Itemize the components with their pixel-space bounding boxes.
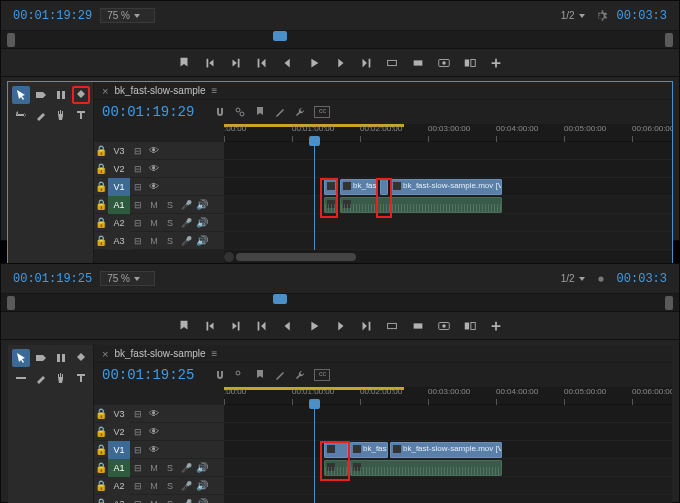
- wrench-icon[interactable]: [294, 106, 306, 118]
- razor-tool[interactable]: [72, 86, 90, 104]
- sync-lock-icon[interactable]: ⊟: [130, 441, 146, 459]
- track-lane-v2[interactable]: [224, 160, 672, 178]
- time-ruler[interactable]: :00:00 00:01:00:00 00:02:00:00 00:03:00:…: [224, 387, 672, 405]
- sync-lock-icon[interactable]: ⊟: [130, 178, 146, 196]
- track-lane-a1[interactable]: [224, 459, 672, 477]
- panel-menu-icon[interactable]: ≡: [212, 85, 218, 96]
- solo-toggle[interactable]: S: [162, 459, 178, 477]
- program-ruler[interactable]: [1, 31, 679, 49]
- lock-icon[interactable]: 🔒: [94, 441, 108, 459]
- track-label[interactable]: V1: [108, 441, 130, 459]
- sequence-timecode[interactable]: 00:01:19:25: [102, 367, 194, 383]
- eye-icon[interactable]: 👁: [146, 160, 162, 178]
- settings-icon[interactable]: [274, 106, 286, 118]
- track-select-tool[interactable]: [32, 86, 50, 104]
- lock-icon[interactable]: 🔒: [94, 160, 108, 178]
- record-icon[interactable]: 🎤: [178, 196, 194, 214]
- marker-icon[interactable]: [176, 318, 192, 334]
- track-header-v1[interactable]: 🔒V1⊟👁: [94, 178, 224, 196]
- settings-icon[interactable]: [274, 369, 286, 381]
- playhead-marker[interactable]: [273, 31, 287, 41]
- lock-icon[interactable]: 🔒: [94, 459, 108, 477]
- go-to-in-icon[interactable]: [254, 55, 270, 71]
- record-icon[interactable]: 🎤: [178, 232, 194, 250]
- razor-tool[interactable]: [72, 349, 90, 367]
- track-lane-v3[interactable]: [224, 405, 672, 423]
- lock-icon[interactable]: 🔒: [94, 214, 108, 232]
- track-lane-a3[interactable]: [224, 495, 672, 503]
- track-label[interactable]: A1: [108, 196, 130, 214]
- lock-icon[interactable]: 🔒: [94, 423, 108, 441]
- out-point-icon[interactable]: [228, 55, 244, 71]
- lock-icon[interactable]: 🔒: [94, 495, 108, 504]
- in-point-icon[interactable]: [202, 318, 218, 334]
- track-header-a1[interactable]: 🔒A1⊟MS🎤🔊: [94, 196, 224, 214]
- speaker-icon[interactable]: 🔊: [194, 214, 210, 232]
- go-to-out-icon[interactable]: [358, 318, 374, 334]
- ruler-handle-right[interactable]: [665, 296, 673, 310]
- mute-toggle[interactable]: M: [146, 214, 162, 232]
- track-lane-a3[interactable]: [224, 232, 672, 250]
- hand-tool[interactable]: [52, 106, 70, 124]
- track-area[interactable]: bk_fast-s bk_fast-slow-sample.mov [V]: [224, 405, 672, 503]
- marker-icon[interactable]: [176, 55, 192, 71]
- track-lane-a2[interactable]: [224, 214, 672, 232]
- close-icon[interactable]: ×: [102, 348, 108, 360]
- speaker-icon[interactable]: 🔊: [194, 477, 210, 495]
- close-icon[interactable]: ×: [102, 85, 108, 97]
- record-icon[interactable]: 🎤: [178, 214, 194, 232]
- ruler-handle-left[interactable]: [7, 33, 15, 47]
- track-label[interactable]: A2: [108, 214, 130, 232]
- track-header-v1[interactable]: 🔒V1⊟👁: [94, 441, 224, 459]
- mute-toggle[interactable]: M: [146, 495, 162, 504]
- eye-icon[interactable]: 👁: [146, 405, 162, 423]
- track-select-tool[interactable]: [32, 349, 50, 367]
- solo-toggle[interactable]: S: [162, 196, 178, 214]
- sync-lock-icon[interactable]: ⊟: [130, 142, 146, 160]
- scrollbar-thumb[interactable]: [236, 253, 356, 261]
- track-label[interactable]: A3: [108, 495, 130, 504]
- track-lane-v1[interactable]: bk_fast-s bk_fast-slow-sample.mov [V]: [224, 441, 672, 459]
- pen-tool[interactable]: [32, 106, 50, 124]
- out-point-icon[interactable]: [228, 318, 244, 334]
- marker-add-icon[interactable]: [254, 106, 266, 118]
- lock-icon[interactable]: 🔒: [94, 196, 108, 214]
- track-header-v2[interactable]: 🔒V2⊟👁: [94, 423, 224, 441]
- mute-toggle[interactable]: M: [146, 196, 162, 214]
- program-timecode[interactable]: 00:01:19:25: [13, 272, 92, 286]
- record-icon[interactable]: 🎤: [178, 477, 194, 495]
- track-header-v3[interactable]: 🔒V3⊟👁: [94, 142, 224, 160]
- resolution-select[interactable]: 1/2: [561, 10, 585, 21]
- video-clip[interactable]: bk_fast-slow-sample.mov [V]: [390, 179, 502, 195]
- ruler-handle-left[interactable]: [7, 296, 15, 310]
- linked-selection-icon[interactable]: [234, 106, 246, 118]
- ripple-edit-tool[interactable]: [52, 349, 70, 367]
- track-header-v3[interactable]: 🔒V3⊟👁: [94, 405, 224, 423]
- sync-lock-icon[interactable]: ⊟: [130, 196, 146, 214]
- time-ruler[interactable]: :00:00 00:01:00:00 00:02:00:00 00:03:00:…: [224, 124, 672, 142]
- track-header-a3[interactable]: 🔒A3⊟MS🎤🔊: [94, 495, 224, 503]
- playhead[interactable]: [314, 405, 315, 503]
- export-frame-icon[interactable]: [436, 55, 452, 71]
- sync-lock-icon[interactable]: ⊟: [130, 232, 146, 250]
- record-icon[interactable]: 🎤: [178, 495, 194, 504]
- track-lane-a2[interactable]: [224, 477, 672, 495]
- step-back-icon[interactable]: [280, 318, 296, 334]
- program-ruler[interactable]: [1, 294, 679, 312]
- lock-icon[interactable]: 🔒: [94, 142, 108, 160]
- video-clip[interactable]: bk_fast-slow-sample.mov [V]: [390, 442, 502, 458]
- eye-icon[interactable]: 👁: [146, 441, 162, 459]
- video-clip[interactable]: bk_fast-s: [340, 179, 378, 195]
- slip-tool[interactable]: [12, 106, 30, 124]
- record-icon[interactable]: 🎤: [178, 459, 194, 477]
- video-clip[interactable]: bk_fast-s: [350, 442, 388, 458]
- track-header-a2[interactable]: 🔒A2⊟MS🎤🔊: [94, 214, 224, 232]
- sync-lock-icon[interactable]: ⊟: [130, 495, 146, 504]
- settings-icon[interactable]: [593, 271, 609, 287]
- audio-clip[interactable]: [350, 460, 502, 476]
- type-tool[interactable]: [72, 106, 90, 124]
- timeline-scrollbar[interactable]: [224, 250, 672, 264]
- track-label[interactable]: A3: [108, 232, 130, 250]
- wrench-icon[interactable]: [294, 369, 306, 381]
- eye-icon[interactable]: 👁: [146, 142, 162, 160]
